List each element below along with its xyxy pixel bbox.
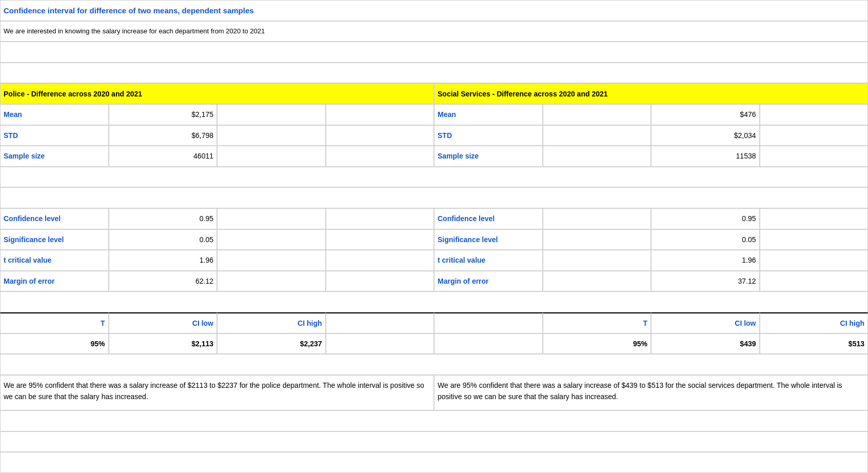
police-margin-empty1	[217, 271, 326, 292]
police-ci-low-val: $2,113	[109, 333, 218, 354]
police-conf-empty1	[217, 208, 326, 229]
social-margin-value: 37.12	[651, 271, 760, 292]
police-std-empty1	[217, 125, 326, 146]
social-ci-t-header: T	[543, 312, 652, 333]
social-sig-label: Significance level	[434, 229, 543, 250]
social-ci-t-val: 95%	[543, 333, 652, 354]
social-margin-empty2	[760, 271, 869, 292]
police-sig-value: 0.05	[109, 229, 218, 250]
spreadsheet-container: Confidence interval for difference of tw…	[0, 0, 868, 473]
police-ci-t-header: T	[0, 312, 109, 333]
social-ci-high-header: CI high	[760, 312, 869, 333]
police-mean-empty1	[217, 104, 326, 125]
police-conf-value: 0.95	[109, 208, 218, 229]
social-std-label: STD	[434, 125, 543, 146]
social-margin-label: Margin of error	[434, 271, 543, 292]
police-conf-empty2	[326, 208, 435, 229]
empty-row-18	[0, 354, 868, 375]
social-sig-empty1	[543, 229, 652, 250]
police-sample-label: Sample size	[0, 146, 109, 167]
social-sig-value: 0.05	[651, 229, 760, 250]
empty-row-20	[0, 410, 868, 431]
police-conclusion: We are 95% confident that there was a sa…	[0, 375, 434, 410]
empty-row-4	[0, 63, 868, 84]
empty-row-22	[0, 452, 868, 473]
police-t-label: t critical value	[0, 250, 109, 271]
subtitle: We are interested in knowing the salary …	[4, 27, 265, 35]
police-ci-high-header: CI high	[217, 312, 326, 333]
social-ci-val-empty5	[434, 333, 543, 354]
empty-row-21	[0, 431, 868, 452]
empty-row-9	[0, 167, 868, 188]
police-margin-empty2	[326, 271, 435, 292]
social-ci-high-val: $513	[760, 333, 869, 354]
social-mean-value: $476	[651, 104, 760, 125]
social-ci-empty5	[434, 312, 543, 333]
police-section-header: Police - Difference across 2020 and 2021	[0, 83, 434, 104]
social-conf-label: Confidence level	[434, 208, 543, 229]
social-t-empty1	[543, 250, 652, 271]
social-conf-empty1	[543, 208, 652, 229]
police-std-label: STD	[0, 125, 109, 146]
police-ci-t-val: 95%	[0, 333, 109, 354]
police-t-empty2	[326, 250, 435, 271]
police-mean-label: Mean	[0, 104, 109, 125]
social-sample-value: 11538	[651, 146, 760, 167]
social-ci-low-val: $439	[651, 333, 760, 354]
social-std-value: $2,034	[651, 125, 760, 146]
police-ci-low-header: CI low	[109, 312, 218, 333]
police-std-empty2	[326, 125, 435, 146]
police-sig-empty2	[326, 229, 435, 250]
police-sample-value: 46011	[109, 146, 218, 167]
social-section-header: Social Services - Difference across 2020…	[434, 83, 868, 104]
social-sample-empty2	[760, 146, 869, 167]
main-title-cell: Confidence interval for difference of tw…	[0, 0, 868, 21]
police-ci-high-val: $2,237	[217, 333, 326, 354]
police-margin-value: 62.12	[109, 271, 218, 292]
social-sample-label: Sample size	[434, 146, 543, 167]
social-std-empty2	[760, 125, 869, 146]
police-t-empty1	[217, 250, 326, 271]
police-sample-empty2	[326, 146, 435, 167]
social-t-empty2	[760, 250, 869, 271]
social-t-value: 1.96	[651, 250, 760, 271]
social-sig-empty2	[760, 229, 869, 250]
police-conf-label: Confidence level	[0, 208, 109, 229]
empty-row-15	[0, 291, 868, 312]
social-conclusion: We are 95% confident that there was a sa…	[434, 375, 868, 410]
police-mean-value: $2,175	[109, 104, 218, 125]
social-mean-empty2	[760, 104, 869, 125]
social-mean-empty1	[543, 104, 652, 125]
social-margin-empty1	[543, 271, 652, 292]
social-std-empty1	[543, 125, 652, 146]
police-std-value: $6,798	[109, 125, 218, 146]
main-title: Confidence interval for difference of tw…	[4, 6, 254, 15]
empty-row-10	[0, 187, 868, 208]
police-sample-empty1	[217, 146, 326, 167]
social-conf-value: 0.95	[651, 208, 760, 229]
empty-row-3	[0, 42, 868, 63]
social-mean-label: Mean	[434, 104, 543, 125]
social-t-label: t critical value	[434, 250, 543, 271]
police-mean-empty2	[326, 104, 435, 125]
subtitle-cell: We are interested in knowing the salary …	[0, 21, 868, 42]
police-ci-val-empty4	[326, 333, 435, 354]
social-sample-empty1	[543, 146, 652, 167]
police-margin-label: Margin of error	[0, 271, 109, 292]
police-sig-label: Significance level	[0, 229, 109, 250]
social-conf-empty2	[760, 208, 869, 229]
police-t-value: 1.96	[109, 250, 218, 271]
police-sig-empty1	[217, 229, 326, 250]
social-ci-low-header: CI low	[651, 312, 760, 333]
police-ci-empty4	[326, 312, 435, 333]
